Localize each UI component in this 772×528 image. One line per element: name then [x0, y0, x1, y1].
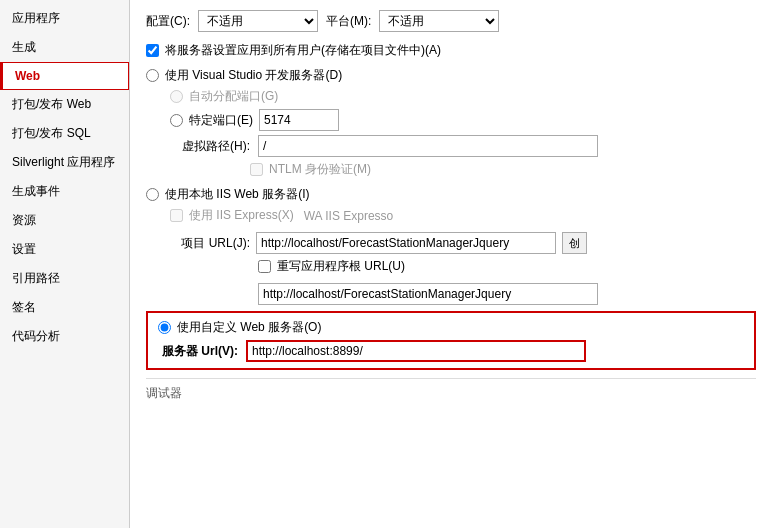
sidebar-item-code-analysis[interactable]: 代码分析 [0, 322, 129, 351]
use-custom-server-row: 使用自定义 Web 服务器(O) [158, 319, 744, 336]
apply-all-users-label: 将服务器设置应用到所有用户(存储在项目文件中)(A) [165, 42, 441, 59]
create-button[interactable]: 创 [562, 232, 587, 254]
virtual-path-input[interactable] [258, 135, 598, 157]
sidebar-item-silverlight[interactable]: Silverlight 应用程序 [0, 148, 129, 177]
platform-label: 平台(M): [326, 13, 371, 30]
override-url-input-row [258, 283, 756, 305]
sidebar-item-reference-paths[interactable]: 引用路径 [0, 264, 129, 293]
config-label: 配置(C): [146, 13, 190, 30]
ntlm-label: NTLM 身份验证(M) [269, 161, 371, 178]
use-iis-express-label: 使用 IIS Express(X) [189, 207, 294, 224]
use-custom-server-label: 使用自定义 Web 服务器(O) [177, 319, 321, 336]
use-local-iis-row: 使用本地 IIS Web 服务器(I) [146, 186, 756, 203]
sidebar-item-generate[interactable]: 生成 [0, 33, 129, 62]
specific-port-row: 特定端口(E) [170, 109, 756, 131]
virtual-path-row: 虚拟路径(H): [170, 135, 756, 157]
specific-port-input[interactable] [259, 109, 339, 131]
config-select[interactable]: 不适用 [198, 10, 318, 32]
sidebar-item-signing[interactable]: 签名 [0, 293, 129, 322]
override-url-checkbox[interactable] [258, 260, 271, 273]
server-url-label: 服务器 Url(V): [158, 343, 238, 360]
sidebar-item-publish-web[interactable]: 打包/发布 Web [0, 90, 129, 119]
debugger-section: 调试器 [146, 378, 756, 402]
sidebar-item-resources[interactable]: 资源 [0, 206, 129, 235]
auto-assign-port-radio[interactable] [170, 90, 183, 103]
project-url-row: 项目 URL(J): 创 [170, 232, 756, 254]
use-iis-express-checkbox[interactable] [170, 209, 183, 222]
local-iis-options: 使用 IIS Express(X) WA IIS Expresso 项目 URL… [170, 207, 756, 305]
main-content: 配置(C): 不适用 平台(M): 不适用 将服务器设置应用到所有用户(存储在项… [130, 0, 772, 528]
sidebar: 应用程序 生成 Web 打包/发布 Web 打包/发布 SQL Silverli… [0, 0, 130, 528]
apply-all-users-checkbox[interactable] [146, 44, 159, 57]
platform-select[interactable]: 不适用 [379, 10, 499, 32]
virtual-path-label: 虚拟路径(H): [170, 138, 250, 155]
vs-server-options: 自动分配端口(G) 特定端口(E) 虚拟路径(H): NTLM 身份验证(M) [170, 88, 756, 178]
server-url-row: 服务器 Url(V): [158, 340, 744, 362]
sidebar-item-publish-sql[interactable]: 打包/发布 SQL [0, 119, 129, 148]
specific-port-radio[interactable] [170, 114, 183, 127]
ntlm-checkbox[interactable] [250, 163, 263, 176]
use-vs-server-row: 使用 Visual Studio 开发服务器(D) [146, 67, 756, 84]
apply-all-users-row: 将服务器设置应用到所有用户(存储在项目文件中)(A) [146, 42, 756, 59]
auto-assign-port-label: 自动分配端口(G) [189, 88, 278, 105]
debugger-label: 调试器 [146, 386, 182, 400]
sidebar-item-settings[interactable]: 设置 [0, 235, 129, 264]
override-url-input[interactable] [258, 283, 598, 305]
use-vs-server-radio[interactable] [146, 69, 159, 82]
custom-server-section: 使用自定义 Web 服务器(O) 服务器 Url(V): [146, 311, 756, 370]
project-url-label: 项目 URL(J): [170, 235, 250, 252]
specific-port-label: 特定端口(E) [189, 112, 253, 129]
use-local-iis-radio[interactable] [146, 188, 159, 201]
override-url-row: 重写应用程序根 URL(U) [258, 258, 756, 275]
project-url-input[interactable] [256, 232, 556, 254]
iis-express-name: WA IIS Expresso [304, 209, 394, 223]
use-local-iis-label: 使用本地 IIS Web 服务器(I) [165, 186, 309, 203]
server-url-input[interactable] [246, 340, 586, 362]
config-bar: 配置(C): 不适用 平台(M): 不适用 [146, 10, 756, 32]
use-iis-express-row: 使用 IIS Express(X) WA IIS Expresso [170, 207, 756, 224]
sidebar-item-web[interactable]: Web [0, 62, 129, 90]
sidebar-item-app[interactable]: 应用程序 [0, 4, 129, 33]
ntlm-row: NTLM 身份验证(M) [250, 161, 756, 178]
override-url-label: 重写应用程序根 URL(U) [277, 258, 405, 275]
sidebar-item-build-events[interactable]: 生成事件 [0, 177, 129, 206]
use-vs-server-label: 使用 Visual Studio 开发服务器(D) [165, 67, 342, 84]
auto-assign-port-row: 自动分配端口(G) [170, 88, 756, 105]
use-custom-server-radio[interactable] [158, 321, 171, 334]
